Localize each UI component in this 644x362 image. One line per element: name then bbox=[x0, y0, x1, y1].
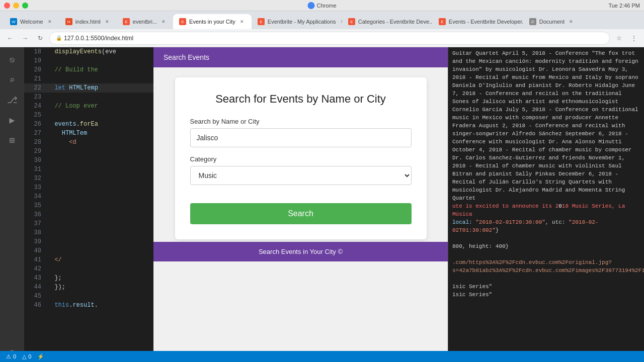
window-controls[interactable] bbox=[4, 3, 28, 9]
lock-icon: 🔒 bbox=[56, 35, 62, 41]
footer-text: Search Events in Your City © bbox=[259, 248, 343, 255]
settings-button[interactable]: ⋮ bbox=[628, 32, 640, 44]
devtools-close: } bbox=[496, 227, 499, 233]
editor-line-27: 27 HTMLTem bbox=[24, 129, 153, 138]
tab-eventbri[interactable]: E eventbri... ✕ bbox=[117, 14, 173, 29]
url-text: 127.0.0.1:5500/index.html bbox=[64, 35, 133, 42]
category-form-group: Category Music Sports Arts Food Technolo… bbox=[190, 155, 412, 185]
address-bar: ← → ↻ 🔒 127.0.0.1:5500/index.html ☆ ⋮ bbox=[0, 29, 644, 47]
tab-close-welcome[interactable]: ✕ bbox=[46, 18, 53, 25]
devtools-local-val: "2018-02-01T20:30:00" bbox=[475, 219, 545, 225]
main-area: ⎋ ⌕ ⎇ ▶ ⊞ ⚙ 18 displayEvents(eve 19 20 bbox=[0, 47, 644, 362]
search-button[interactable]: Search bbox=[190, 203, 412, 224]
vscode-container: ⎋ ⌕ ⎇ ▶ ⊞ ⚙ 18 displayEvents(eve 19 20 bbox=[0, 47, 153, 362]
name-input[interactable] bbox=[190, 128, 412, 147]
error-icon: △ bbox=[22, 353, 26, 360]
editor-line-31: 31 bbox=[24, 165, 153, 174]
tab-label-events-city: Events in your City bbox=[189, 19, 235, 25]
bookmark-button[interactable]: ☆ bbox=[613, 32, 625, 44]
sidebar-explorer-icon[interactable]: ⎋ bbox=[3, 51, 21, 69]
maximize-button[interactable] bbox=[22, 3, 28, 9]
minimize-button[interactable] bbox=[13, 3, 19, 9]
close-button[interactable] bbox=[4, 3, 10, 9]
tab-close-index[interactable]: ✕ bbox=[104, 18, 111, 25]
editor-line-22: 22 let HTMLTemp bbox=[24, 83, 153, 93]
tab-document[interactable]: D Document ✕ bbox=[523, 14, 581, 29]
editor-line-46: 46 this.result. bbox=[24, 301, 153, 310]
refresh-button[interactable]: ↻ bbox=[34, 32, 46, 44]
editor-line-38: 38 bbox=[24, 228, 153, 237]
tab-welcome[interactable]: W Welcome ✕ bbox=[4, 14, 59, 29]
page-body: Search for Events by Name or City Search… bbox=[153, 67, 448, 362]
editor-line-39: 39 bbox=[24, 237, 153, 246]
tab-close-events-city[interactable]: ✕ bbox=[238, 18, 246, 25]
tab-favicon-eventbri: E bbox=[123, 18, 130, 25]
sidebar-extensions-icon[interactable]: ⊞ bbox=[3, 132, 21, 150]
tab-close-document[interactable]: ✕ bbox=[568, 18, 575, 25]
tab-label-index: index.html bbox=[75, 19, 101, 25]
tab-favicon-document: D bbox=[529, 18, 536, 25]
editor-line-26: 26 events.forEa bbox=[24, 120, 153, 129]
devtools-line-2: ute is excited to announce its 2018 Musi… bbox=[452, 202, 640, 218]
window-title: Chrome bbox=[307, 2, 336, 9]
tab-close-eventbrite-apps[interactable]: ✕ bbox=[339, 18, 342, 25]
editor-line-36: 36 bbox=[24, 210, 153, 219]
back-button[interactable]: ← bbox=[4, 32, 16, 44]
status-errors: △ 0 bbox=[22, 353, 31, 360]
tab-index[interactable]: H index.html ✕ bbox=[59, 14, 117, 29]
browser-viewport: Search Events Search for Events by Name … bbox=[153, 47, 448, 362]
editor-line-18: 18 displayEvents(eve bbox=[24, 47, 153, 56]
tab-favicon-events-dev: E bbox=[439, 18, 446, 25]
page-header: Search Events bbox=[153, 47, 448, 67]
sidebar-debug-icon[interactable]: ▶ bbox=[3, 112, 21, 130]
search-card: Search for Events by Name or City Search… bbox=[175, 77, 427, 239]
tab-favicon-index: H bbox=[65, 18, 72, 25]
devtools-pink-text-1: ute is excited to announce its 2 bbox=[452, 203, 558, 209]
tab-label-welcome: Welcome bbox=[20, 19, 43, 25]
devtools-line-6: isic Series" bbox=[452, 283, 640, 291]
devtools-line-1: Guitar Quartet April 5, 2018 - Conferenc… bbox=[452, 49, 640, 202]
status-bar: ⚠ 0 △ 0 ⚡ bbox=[0, 351, 644, 362]
tab-label-events-dev: Events - Eventbrite Developer... bbox=[449, 19, 523, 25]
tab-events-city[interactable]: E Events in your City ✕ bbox=[173, 14, 252, 29]
editor-panel: ⎋ ⌕ ⎇ ▶ ⊞ ⚙ 18 displayEvents(eve 19 20 bbox=[0, 47, 153, 362]
editor-line-21: 21 bbox=[24, 74, 153, 83]
tab-close-eventbri[interactable]: ✕ bbox=[160, 18, 167, 25]
clock: Tue 2:46 PM bbox=[608, 3, 640, 9]
editor-line-44: 44 }); bbox=[24, 283, 153, 292]
tab-label-eventbri: eventbri... bbox=[133, 19, 157, 25]
vscode-editor: 18 displayEvents(eve 19 20 // Build the … bbox=[24, 47, 153, 362]
editor-line-19: 19 bbox=[24, 56, 153, 65]
tab-favicon-eventbrite-apps: E bbox=[258, 18, 265, 25]
devtools-panel: Guitar Quartet April 5, 2018 - Conferenc… bbox=[448, 47, 644, 362]
sidebar-search-icon[interactable]: ⌕ bbox=[3, 71, 21, 89]
tab-favicon-welcome: W bbox=[10, 18, 17, 25]
devtools-comma: , utc: bbox=[545, 219, 569, 225]
editor-line-30: 30 bbox=[24, 156, 153, 165]
devtools-highlight: 0 bbox=[558, 203, 562, 209]
name-form-group: Search by Name or City bbox=[190, 118, 412, 147]
tab-label-categories: Categories - Eventbrite Deve... bbox=[358, 19, 433, 25]
tab-favicon-categories: E bbox=[348, 18, 355, 25]
url-bar[interactable]: 🔒 127.0.0.1:5500/index.html bbox=[49, 32, 610, 45]
tab-categories[interactable]: E Categories - Eventbrite Deve... ✕ bbox=[342, 14, 433, 29]
page-header-text: Search Events bbox=[164, 53, 209, 61]
editor-line-37: 37 bbox=[24, 219, 153, 228]
devtools-line-4: 800, height: 400} bbox=[452, 242, 640, 250]
status-warnings: ⚠ 0 bbox=[6, 353, 16, 360]
editor-line-40: 40 bbox=[24, 246, 153, 255]
vscode-sidebar: ⎋ ⌕ ⎇ ▶ ⊞ ⚙ bbox=[0, 47, 24, 362]
devtools-line-5: .com/https%3A%2F%2Fcdn.evbuc.com%2Forigi… bbox=[452, 258, 640, 275]
editor-line-28: 28 <d bbox=[24, 138, 153, 147]
warning-icon: ⚠ bbox=[6, 353, 11, 360]
tab-label-eventbrite-apps: Eventbrite - My Applications bbox=[268, 19, 336, 25]
tab-favicon-events-city: E bbox=[179, 18, 186, 25]
editor-line-24: 24 // Loop ever bbox=[24, 102, 153, 111]
tab-events-dev[interactable]: E Events - Eventbrite Developer... ✕ bbox=[433, 14, 523, 29]
devtools-content: Guitar Quartet April 5, 2018 - Conferenc… bbox=[448, 47, 644, 362]
tab-eventbrite-apps[interactable]: E Eventbrite - My Applications ✕ bbox=[252, 14, 342, 29]
sidebar-git-icon[interactable]: ⎇ bbox=[3, 92, 21, 110]
forward-button[interactable]: → bbox=[19, 32, 31, 44]
category-select[interactable]: Music Sports Arts Food Technology bbox=[190, 166, 412, 185]
devtools-local-text: local: bbox=[452, 219, 475, 225]
